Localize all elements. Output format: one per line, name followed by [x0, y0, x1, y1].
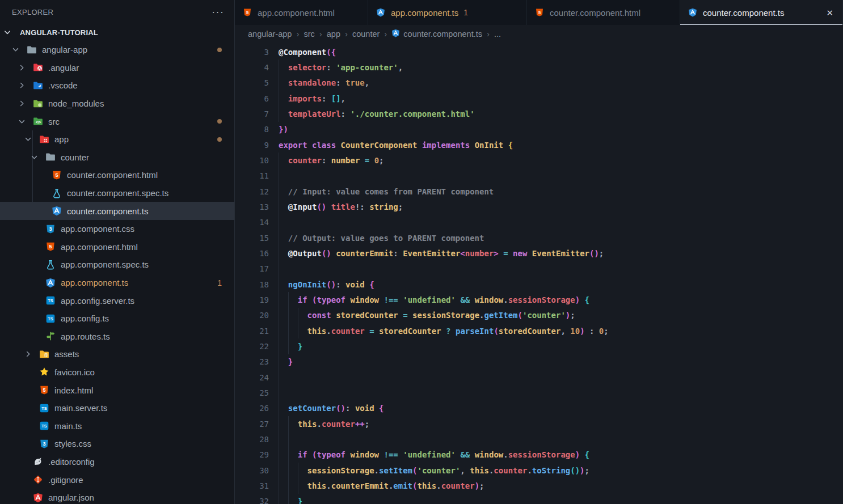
- code-line-25[interactable]: 25: [235, 385, 843, 400]
- chevron-expanded-icon[interactable]: [18, 117, 32, 126]
- code-line-11[interactable]: 11: [235, 168, 843, 184]
- tree-item-styles.css[interactable]: 3styles.css: [0, 435, 234, 453]
- tree-item-favicon.ico[interactable]: favicon.ico: [0, 363, 234, 382]
- breadcrumb-item-app[interactable]: app: [327, 29, 340, 39]
- code-line-12[interactable]: 12 // Input: value comes from PARENT com…: [235, 184, 843, 199]
- code-line-15[interactable]: 15 // Output: value goes to PARENT compo…: [235, 230, 843, 245]
- tree-item-index.html[interactable]: 5index.html: [0, 381, 234, 399]
- tree-item-node-modules[interactable]: node_modules: [0, 95, 234, 113]
- chevron-expanded-icon[interactable]: [11, 45, 26, 54]
- chevron-collapsed-icon[interactable]: [24, 350, 39, 358]
- tab-counter.component.html[interactable]: 5counter.component.html: [527, 0, 680, 25]
- code-line-17[interactable]: 17: [235, 261, 843, 277]
- line-number: 4: [235, 63, 269, 72]
- tree-item-main.ts[interactable]: TSmain.ts: [0, 417, 234, 435]
- tree-item-.vscode[interactable]: .vscode: [0, 77, 234, 95]
- tree-item-.angular[interactable]: A.angular: [0, 59, 234, 77]
- code-line-16[interactable]: 16 @Output() counterEmmit: EventEmitter<…: [235, 245, 843, 261]
- indent-guide: [279, 153, 279, 504]
- tree-item-app.component.spec.ts[interactable]: app.component.spec.ts: [0, 256, 234, 274]
- code-line-21[interactable]: 21 this.counter = storedCounter ? parseI…: [235, 323, 843, 338]
- code-line-6[interactable]: 6 imports: [],: [235, 91, 843, 106]
- indent-guide: [288, 292, 289, 354]
- code-line-26[interactable]: 26 setCounter(): void {: [235, 401, 843, 416]
- breadcrumb-item-counter[interactable]: counter: [352, 29, 380, 39]
- tree-item-counter.component.html[interactable]: 5counter.component.html: [0, 166, 234, 184]
- tab-app.component.html[interactable]: 5app.component.html: [235, 0, 368, 25]
- code-line-24[interactable]: 24: [235, 370, 843, 385]
- tree-item-assets[interactable]: assets: [0, 345, 234, 363]
- chevron-expanded-icon[interactable]: [24, 135, 39, 143]
- code-line-9[interactable]: 9export class CounterComponent implement…: [235, 137, 843, 153]
- breadcrumb-item-src[interactable]: src: [304, 29, 314, 39]
- tree-item-label: app.component.html: [61, 242, 138, 252]
- tree-item-app.component.css[interactable]: 3app.component.css: [0, 220, 234, 238]
- tree-item-label: app.config.ts: [61, 314, 109, 323]
- tree-item-angular.json[interactable]: angular.json: [0, 489, 234, 504]
- code-line-7[interactable]: 7 templateUrl: './counter.component.html…: [235, 106, 843, 121]
- code-line-31[interactable]: 31 this.counterEmmit.emit(this.counter);: [235, 478, 843, 493]
- code-text: setCounter(): void {: [279, 404, 383, 413]
- tree-item-app[interactable]: app: [0, 130, 234, 149]
- tab-label: counter.component.html: [550, 8, 640, 18]
- tree-item-counter.component.spec.ts[interactable]: counter.component.spec.ts: [0, 184, 234, 202]
- code-line-22[interactable]: 22 }: [235, 338, 843, 354]
- code-line-10[interactable]: 10 counter: number = 0;: [235, 153, 843, 168]
- tree-item-app.config.server.ts[interactable]: TSapp.config.server.ts: [0, 291, 234, 310]
- folder-assets-icon: [39, 349, 49, 359]
- explorer-header: EXPLORER ···: [0, 0, 234, 24]
- code-line-5[interactable]: 5 standalone: true,: [235, 75, 843, 91]
- tree-item-label: .vscode: [48, 81, 78, 90]
- code-line-8[interactable]: 8}): [235, 122, 843, 137]
- close-icon[interactable]: ✕: [825, 7, 834, 18]
- code-line-18[interactable]: 18 ngOnInit(): void {: [235, 277, 843, 292]
- code-text: }: [279, 357, 293, 366]
- workspace-section-header[interactable]: ANGULAR-TUTORIAL: [0, 24, 234, 41]
- breadcrumb-item-counter.component.ts[interactable]: counter.component.ts: [391, 29, 482, 39]
- code-line-20[interactable]: 20 const storedCounter = sessionStorage.…: [235, 308, 843, 323]
- folder-icon: [45, 152, 56, 163]
- tree-item-app.routes.ts[interactable]: app.routes.ts: [0, 328, 234, 346]
- code-line-19[interactable]: 19 if (typeof window !== 'undefined' && …: [235, 292, 843, 307]
- tree-item-main.server.ts[interactable]: TSmain.server.ts: [0, 399, 234, 417]
- chevron-collapsed-icon[interactable]: [18, 99, 32, 108]
- tree-item-label: counter.component.html: [67, 170, 158, 180]
- code-line-32[interactable]: 32 }: [235, 494, 843, 504]
- tree-item-counter.component.ts[interactable]: counter.component.ts: [0, 202, 234, 220]
- chevron-collapsed-icon[interactable]: [18, 81, 32, 90]
- code-editor[interactable]: 3@Component({4 selector: 'app-counter',5…: [235, 43, 843, 504]
- breadcrumb-label: angular-app: [248, 29, 292, 39]
- code-line-3[interactable]: 3@Component({: [235, 44, 843, 60]
- tree-item-app.config.ts[interactable]: TSapp.config.ts: [0, 310, 234, 328]
- code-line-29[interactable]: 29 if (typeof window !== 'undefined' && …: [235, 447, 843, 463]
- code-line-27[interactable]: 27 this.counter++;: [235, 416, 843, 431]
- tab-app.component.ts[interactable]: app.component.ts1: [368, 0, 527, 25]
- breadcrumb-item-angular-app[interactable]: angular-app: [248, 29, 292, 39]
- tree-item-src[interactable]: </>src: [0, 112, 234, 130]
- tab-counter.component.ts[interactable]: counter.component.ts✕: [680, 0, 843, 25]
- code-line-23[interactable]: 23 }: [235, 354, 843, 370]
- tree-item-counter[interactable]: counter: [0, 149, 234, 167]
- line-number: 14: [235, 218, 269, 227]
- chevron-expanded-icon[interactable]: [30, 153, 45, 162]
- tree-item-.editorconfig[interactable]: .editorconfig: [0, 453, 234, 471]
- code-line-14[interactable]: 14: [235, 215, 843, 230]
- code-text: // Output: value goes to PARENT componen…: [279, 234, 484, 243]
- code-text: counter: number = 0;: [279, 156, 384, 165]
- test-icon: [45, 259, 56, 270]
- code-line-4[interactable]: 4 selector: 'app-counter',: [235, 60, 843, 75]
- chevron-collapsed-icon[interactable]: [18, 63, 32, 72]
- tree-item-angular-app[interactable]: angular-app: [0, 41, 234, 59]
- tree-item-.gitignore[interactable]: .gitignore: [0, 471, 234, 489]
- tree-item-app.component.ts[interactable]: app.component.ts1: [0, 274, 234, 292]
- code-text: imports: [],: [279, 94, 345, 103]
- tree-item-label: favicon.ico: [54, 367, 95, 377]
- code-line-28[interactable]: 28: [235, 431, 843, 447]
- tree-item-app.component.html[interactable]: 5app.component.html: [0, 238, 234, 256]
- more-actions-icon[interactable]: ···: [212, 9, 224, 15]
- breadcrumb-item-...[interactable]: ...: [494, 29, 501, 39]
- breadcrumb-label: counter: [352, 29, 380, 39]
- code-line-30[interactable]: 30 sessionStorage.setItem('counter', thi…: [235, 463, 843, 478]
- code-line-13[interactable]: 13 @Input() title!: string;: [235, 199, 843, 214]
- code-text: @Output() counterEmmit: EventEmitter<num…: [279, 249, 604, 258]
